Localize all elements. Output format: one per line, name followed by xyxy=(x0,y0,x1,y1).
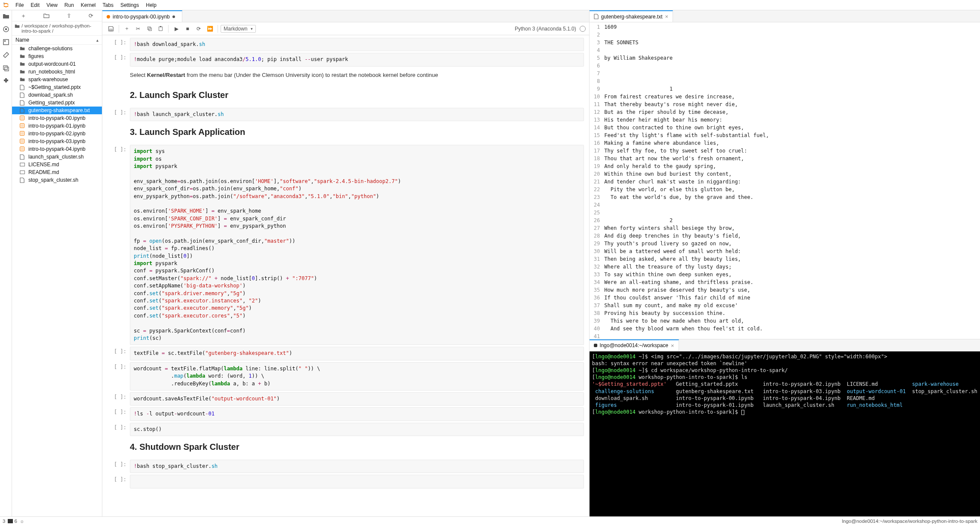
tree-item[interactable]: intro-to-pyspark-02.ipynb xyxy=(12,130,102,137)
tree-item[interactable]: launch_spark_cluster.sh xyxy=(12,153,102,161)
file-icon xyxy=(20,177,26,183)
text-editor[interactable]: 1 2 3 4 5 6 7 8 9 10 11 12 13 14 15 16 1… xyxy=(590,22,980,339)
tree-item[interactable]: Getting_started.pptx xyxy=(12,99,102,107)
code-cell[interactable]: !bash launch_spark_cluster.sh xyxy=(130,108,584,121)
extensions-icon[interactable] xyxy=(3,77,9,84)
svg-rect-2 xyxy=(5,28,7,30)
tree-item[interactable]: run_notebooks_html xyxy=(12,68,102,76)
tree-item[interactable]: gutenberg-shakespeare.txt xyxy=(12,107,102,114)
menu-help[interactable]: Help xyxy=(142,1,160,9)
md-icon xyxy=(20,162,26,167)
code-cell[interactable]: !bash download_spark.sh xyxy=(130,38,584,51)
tree-item[interactable]: challenge-solutions xyxy=(12,45,102,52)
markdown-cell[interactable]: Select Kernel/Restart from the menu bar … xyxy=(130,68,584,84)
tree-item[interactable]: output-wordcount-01 xyxy=(12,60,102,68)
status-bar: 3 6 ☼ lngo@node0014:~/workspace/workshop… xyxy=(0,516,980,525)
tools-icon[interactable] xyxy=(3,52,9,58)
stop-icon[interactable]: ■ xyxy=(182,24,193,34)
refresh-icon[interactable]: ⟳ xyxy=(89,12,93,19)
tree-item-label: output-wordcount-01 xyxy=(28,61,76,67)
new-launcher-icon[interactable]: ＋ xyxy=(21,12,26,20)
status-terminals[interactable]: 6 xyxy=(8,519,17,524)
status-right: lngo@node0014:~/workspace/workshop-pytho… xyxy=(842,519,977,524)
new-folder-icon[interactable] xyxy=(43,13,49,19)
tree-item[interactable]: spark-warehouse xyxy=(12,76,102,83)
kernel-name[interactable]: Python 3 (Anaconda 5.1.0) xyxy=(515,26,576,32)
tabs-icon[interactable] xyxy=(3,64,9,71)
menu-file[interactable]: File xyxy=(12,1,27,9)
restart-icon[interactable]: ⟳ xyxy=(194,24,204,34)
terminal[interactable]: [lngo@node0014 ~]$ <img src="../../image… xyxy=(590,351,980,516)
code-cell[interactable]: import sys import os import pyspark env_… xyxy=(130,145,584,345)
terminal-tabs: lngo@node0014:~/workspace × xyxy=(590,339,980,351)
tree-item[interactable]: intro-to-pyspark-03.ipynb xyxy=(12,137,102,145)
tree-item[interactable]: ~$Getting_started.pptx xyxy=(12,83,102,91)
notebook-icon xyxy=(107,15,110,18)
breadcrumb[interactable]: / workspace / workshop-python-intro-to-s… xyxy=(12,21,102,35)
code-cell[interactable]: wordcount = textFile.flatMap(lambda line… xyxy=(130,362,584,391)
svg-rect-8 xyxy=(20,171,25,174)
markdown-heading[interactable]: 4. Shutdown Spark Cluster xyxy=(130,438,584,458)
tab-notebook[interactable]: intro-to-pyspark-00.ipynb xyxy=(102,10,182,22)
tree-item[interactable]: download_spark.sh xyxy=(12,91,102,99)
code-cell[interactable]: !module purge;module load anaconda3/5.1.… xyxy=(130,53,584,66)
file-list-header[interactable]: Name▴ xyxy=(12,35,102,45)
menu-kernel[interactable]: Kernel xyxy=(77,1,99,9)
running-icon[interactable] xyxy=(3,26,9,33)
menu-tabs[interactable]: Tabs xyxy=(99,1,117,9)
tree-item[interactable]: LICENSE.md xyxy=(12,161,102,168)
sort-caret-icon[interactable]: ▴ xyxy=(96,38,98,43)
code-cell[interactable] xyxy=(130,475,584,488)
tree-item-label: ~$Getting_started.pptx xyxy=(28,84,81,90)
tree-item[interactable]: intro-to-pyspark-00.ipynb xyxy=(12,114,102,122)
commands-icon[interactable] xyxy=(3,39,9,46)
code-cell[interactable]: !ls -l output-wordcount-01 xyxy=(130,407,584,421)
notebook-body[interactable]: [ ]:!bash download_spark.sh [ ]:!module … xyxy=(102,35,589,516)
tree-item[interactable]: stop_spark_cluster.sh xyxy=(12,176,102,184)
svg-rect-14 xyxy=(8,519,13,523)
tree-item[interactable]: intro-to-pyspark-01.ipynb xyxy=(12,122,102,130)
save-icon[interactable] xyxy=(106,24,116,34)
tree-item-label: stop_spark_cluster.sh xyxy=(28,177,78,183)
nb-icon xyxy=(20,139,26,144)
tab-terminal[interactable]: lngo@node0014:~/workspace × xyxy=(590,339,679,351)
add-cell-icon[interactable]: ＋ xyxy=(122,24,132,34)
file-icon xyxy=(20,100,26,106)
menu-view[interactable]: View xyxy=(43,1,61,9)
folder-icon xyxy=(20,69,26,74)
nb-icon xyxy=(20,131,26,137)
md-icon xyxy=(20,170,26,175)
code-cell[interactable]: !bash stop_spark_cluster.sh xyxy=(130,460,584,473)
close-icon[interactable]: × xyxy=(671,342,674,349)
menu-settings[interactable]: Settings xyxy=(117,1,142,9)
copy-icon[interactable] xyxy=(144,24,154,34)
jupyter-logo-icon xyxy=(3,2,9,9)
folder-icon[interactable] xyxy=(3,13,9,20)
tree-item[interactable]: figures xyxy=(12,52,102,60)
nb-icon xyxy=(20,123,26,129)
markdown-heading[interactable]: 3. Launch Spark Application xyxy=(130,123,584,143)
tree-item[interactable]: intro-to-pyspark-04.ipynb xyxy=(12,145,102,153)
svg-rect-4 xyxy=(4,40,6,42)
upload-icon[interactable]: ⇧ xyxy=(67,12,71,19)
file-icon xyxy=(20,108,26,113)
cut-icon[interactable]: ✂ xyxy=(133,24,143,34)
run-all-icon[interactable]: ⏩ xyxy=(205,24,215,34)
tree-item-label: challenge-solutions xyxy=(28,46,73,52)
markdown-heading[interactable]: 2. Launch Spark Cluster xyxy=(130,86,584,106)
close-icon[interactable]: × xyxy=(665,13,669,20)
tree-item[interactable]: README.md xyxy=(12,168,102,176)
status-settings-icon[interactable]: ☼ xyxy=(20,519,25,524)
folder-icon xyxy=(20,61,26,67)
menu-run[interactable]: Run xyxy=(61,1,77,9)
tab-editor[interactable]: gutenberg-shakespeare.txt × xyxy=(590,10,673,22)
tab-label: intro-to-pyspark-00.ipynb xyxy=(113,14,170,20)
code-cell[interactable]: wordcount.saveAsTextFile("output-wordcou… xyxy=(130,392,584,406)
paste-icon[interactable] xyxy=(155,24,166,34)
dirty-indicator-icon xyxy=(172,15,175,18)
code-cell[interactable]: textFile = sc.textFile("gutenberg-shakes… xyxy=(130,347,584,360)
run-icon[interactable]: ▶ xyxy=(171,24,181,34)
cell-type-select[interactable]: Markdown▾ xyxy=(221,25,256,33)
code-cell[interactable]: sc.stop() xyxy=(130,423,584,436)
menu-edit[interactable]: Edit xyxy=(27,1,43,9)
